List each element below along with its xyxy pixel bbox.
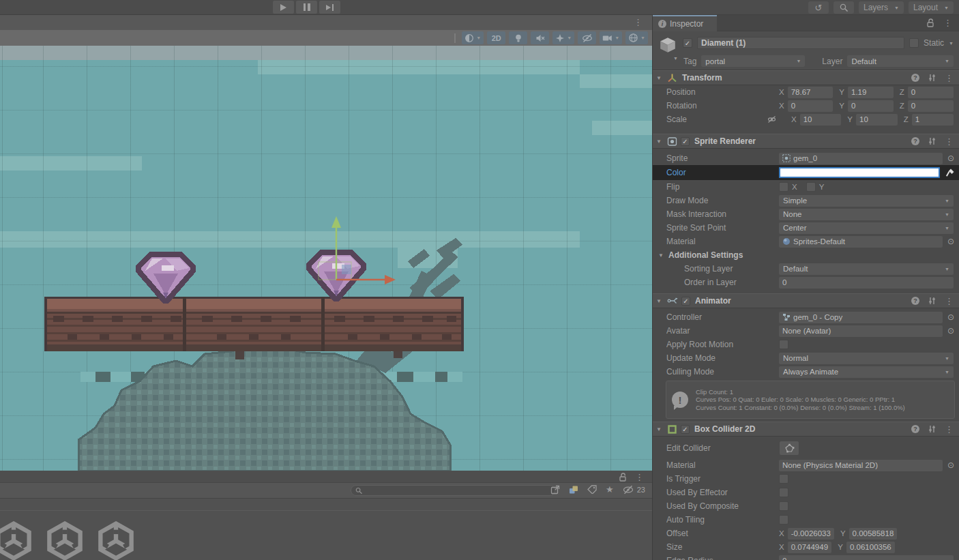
gizmos-button[interactable]: ▼ xyxy=(625,31,648,44)
draw-mode-dropdown[interactable]: Simple▼ xyxy=(779,195,954,207)
presets-icon[interactable] xyxy=(928,137,936,145)
unlock-icon[interactable] xyxy=(619,473,627,482)
position-y-field[interactable]: 1.19 xyxy=(848,87,894,98)
additional-settings-foldout[interactable]: ▼ Additional Settings xyxy=(653,248,959,262)
size-y-field[interactable]: 0.06100356 xyxy=(846,542,895,553)
presets-icon[interactable] xyxy=(928,74,936,82)
search-field[interactable] xyxy=(351,485,555,496)
presets-icon[interactable] xyxy=(928,297,936,305)
unity-asset-cube-icon[interactable] xyxy=(96,521,136,560)
play-button[interactable] xyxy=(273,1,294,14)
unity-asset-cube-icon[interactable] xyxy=(45,521,85,560)
eyedropper-button[interactable] xyxy=(944,168,956,177)
avatar-object-field[interactable]: None (Avatar) xyxy=(779,325,943,337)
scale-y-field[interactable]: 10 xyxy=(856,114,898,126)
position-x-field[interactable]: 78.67 xyxy=(788,87,833,98)
transform-component-header[interactable]: ▼ Transform ? ⋮ xyxy=(653,70,959,85)
sprite-renderer-enabled-checkbox[interactable]: ✓ xyxy=(681,137,690,146)
flip-x-checkbox[interactable] xyxy=(779,182,788,192)
scene-camera-button[interactable]: ▼ xyxy=(600,31,622,44)
shading-mode-button[interactable]: ▼ xyxy=(462,31,484,44)
layer-dropdown[interactable]: Default▼ xyxy=(847,55,954,67)
help-icon[interactable]: ? xyxy=(911,74,919,82)
hidden-count-eye-icon[interactable] xyxy=(623,485,634,495)
foldout-icon[interactable]: ▼ xyxy=(656,298,664,304)
animator-enabled-checkbox[interactable]: ✓ xyxy=(681,297,690,306)
chevron-down-icon[interactable]: ▼ xyxy=(673,56,678,61)
flip-y-checkbox[interactable] xyxy=(806,182,816,192)
unity-asset-cube-icon[interactable] xyxy=(0,521,33,560)
used-by-effector-checkbox[interactable] xyxy=(779,488,788,497)
effects-toggle-button[interactable]: ▼ xyxy=(552,31,574,44)
open-in-window-icon[interactable] xyxy=(550,485,560,495)
help-icon[interactable]: ? xyxy=(911,425,919,433)
static-dropdown-caret[interactable]: ▼ xyxy=(949,41,954,46)
kebab-menu-icon[interactable]: ⋮ xyxy=(945,424,954,434)
sprite-sort-point-dropdown[interactable]: Center▼ xyxy=(779,222,954,234)
presets-icon[interactable] xyxy=(928,425,936,433)
search-by-type-icon[interactable] xyxy=(569,485,578,495)
update-mode-dropdown[interactable]: Normal▼ xyxy=(779,353,954,364)
unlock-icon[interactable] xyxy=(926,18,934,27)
gameobject-active-checkbox[interactable]: ✓ xyxy=(683,38,692,48)
sprite-object-field[interactable]: gem_0 xyxy=(779,153,943,164)
edit-collider-button[interactable] xyxy=(779,441,799,456)
unlink-constrain-icon[interactable] xyxy=(767,115,776,123)
audio-mute-button[interactable] xyxy=(531,31,549,44)
layers-dropdown[interactable]: Layers▼ xyxy=(859,1,904,14)
order-in-layer-field[interactable]: 0 xyxy=(779,277,954,289)
mask-interaction-dropdown[interactable]: None▼ xyxy=(779,209,954,220)
favorites-star-icon[interactable]: ★ xyxy=(606,484,614,495)
sorting-layer-dropdown[interactable]: Default▼ xyxy=(779,263,954,275)
collider-material-object-field[interactable]: None (Physics Material 2D) xyxy=(779,460,943,471)
gameobject-cube-icon[interactable] xyxy=(659,36,677,54)
edge-radius-field[interactable]: 0 xyxy=(779,555,954,560)
apply-root-motion-checkbox[interactable] xyxy=(779,340,788,349)
kebab-menu-icon[interactable]: ⋮ xyxy=(635,472,644,482)
undo-history-button[interactable]: ↺ xyxy=(808,1,829,14)
rotation-x-field[interactable]: 0 xyxy=(788,100,833,112)
foldout-icon[interactable]: ▼ xyxy=(656,75,664,81)
culling-mode-dropdown[interactable]: Always Animate▼ xyxy=(779,366,954,378)
tag-dropdown[interactable]: portal▼ xyxy=(701,55,805,67)
offset-x-field[interactable]: -0.0026033 xyxy=(788,528,834,540)
offset-y-field[interactable]: 0.00585818 xyxy=(849,528,898,540)
help-icon[interactable]: ? xyxy=(911,137,919,145)
kebab-menu-icon[interactable]: ⋮ xyxy=(945,73,954,83)
controller-object-field[interactable]: gem_0 - Copy xyxy=(779,312,943,323)
kebab-menu-icon[interactable]: ⋮ xyxy=(945,136,954,147)
static-checkbox[interactable] xyxy=(909,38,919,48)
search-input[interactable] xyxy=(365,486,550,495)
used-by-composite-checkbox[interactable] xyxy=(779,501,788,511)
is-trigger-checkbox[interactable] xyxy=(779,474,788,484)
material-object-field[interactable]: Sprites-Default xyxy=(779,236,943,248)
box-collider-enabled-checkbox[interactable]: ✓ xyxy=(681,425,690,434)
2d-mode-button[interactable]: 2D xyxy=(487,31,505,44)
kebab-menu-icon[interactable]: ⋮ xyxy=(634,17,643,27)
scene-visibility-button[interactable] xyxy=(578,31,596,44)
rotation-z-field[interactable]: 0 xyxy=(908,100,954,112)
box-collider-component-header[interactable]: ▼ ✓ Box Collider 2D ? ⋮ xyxy=(653,422,959,437)
layout-dropdown[interactable]: Layout▼ xyxy=(909,1,954,14)
object-picker-icon[interactable]: ⊙ xyxy=(947,153,954,163)
search-button[interactable] xyxy=(833,1,854,14)
animator-component-header[interactable]: ▼ ✓ Animator ? ⋮ xyxy=(653,293,959,308)
kebab-menu-icon[interactable]: ⋮ xyxy=(943,18,952,28)
project-content-area[interactable] xyxy=(0,499,652,560)
object-picker-icon[interactable]: ⊙ xyxy=(947,237,954,246)
kebab-menu-icon[interactable]: ⋮ xyxy=(945,296,954,306)
object-picker-icon[interactable]: ⊙ xyxy=(947,326,954,336)
scene-lighting-button[interactable] xyxy=(509,31,527,44)
rotation-y-field[interactable]: 0 xyxy=(848,100,894,112)
gameobject-name-field[interactable]: Diament (1) xyxy=(697,37,904,49)
tab-inspector[interactable]: i Inspector xyxy=(653,15,717,31)
foldout-icon[interactable]: ▼ xyxy=(656,426,664,432)
size-x-field[interactable]: 0.0744949 xyxy=(788,542,832,553)
object-picker-icon[interactable]: ⊙ xyxy=(947,460,954,470)
object-picker-icon[interactable]: ⊙ xyxy=(947,312,954,322)
position-z-field[interactable]: 0 xyxy=(908,87,954,98)
color-swatch-white[interactable] xyxy=(779,167,940,178)
search-by-label-icon[interactable] xyxy=(587,485,597,494)
gem-sprite-left[interactable] xyxy=(138,254,193,301)
scene-canvas[interactable] xyxy=(0,46,652,471)
